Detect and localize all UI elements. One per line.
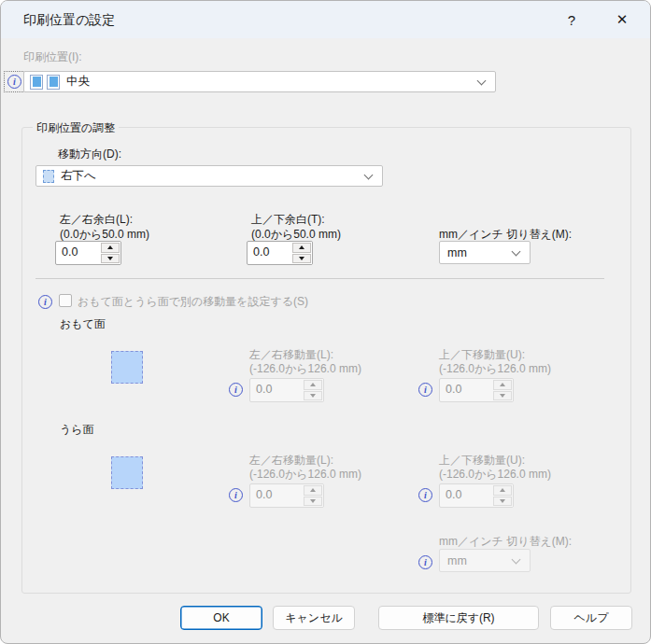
- print-position-label: 印刷位置(I):: [23, 50, 82, 63]
- help-button[interactable]: ヘルプ: [550, 606, 632, 630]
- back-tb-shift-info-icon[interactable]: i: [418, 488, 432, 502]
- page-back-center-icon: [47, 75, 60, 90]
- spin-down-button: [493, 391, 512, 401]
- question-icon: ?: [568, 12, 575, 28]
- arrow-down-icon: [310, 394, 316, 398]
- unit-switch-back-label: mm／インチ 切り替え(M):: [439, 535, 572, 548]
- tb-margin-label: 上／下余白(T):: [251, 213, 325, 226]
- unit-switch-combobox[interactable]: mm: [439, 241, 531, 264]
- arrow-up-icon: [500, 383, 505, 386]
- direction-combobox[interactable]: 右下へ: [35, 165, 383, 187]
- page-front-center-icon: [30, 75, 43, 90]
- separator-line: [35, 278, 604, 279]
- arrow-down-icon: [500, 394, 505, 398]
- lr-margin-spinbox[interactable]: 0.0: [55, 241, 121, 265]
- front-lr-shift-spinbox: 0.0: [249, 378, 324, 402]
- close-icon: ✕: [616, 11, 629, 28]
- arrow-up-icon: [310, 488, 316, 492]
- spin-up-button: [493, 380, 512, 390]
- print-position-value: 中央: [66, 74, 90, 90]
- arrow-down-icon: [299, 257, 304, 260]
- unit-switch-label: mm／インチ 切り替え(M):: [439, 228, 572, 241]
- cancel-button[interactable]: キャンセル: [273, 606, 355, 630]
- back-tb-shift-spinbox: 0.0: [439, 483, 514, 508]
- lr-margin-label: 左／右余白(L):: [60, 213, 133, 226]
- unit-switch-value: mm: [447, 246, 467, 259]
- print-position-settings-dialog: 印刷位置の設定 ? ✕ 印刷位置(I): i 中央 印刷位置の調整 移動方向(D…: [0, 0, 651, 644]
- spin-down-button: [304, 497, 322, 507]
- front-tb-shift-info-icon[interactable]: i: [418, 383, 432, 397]
- spin-down-button: [304, 391, 322, 401]
- front-section-title: おもて面: [60, 317, 106, 330]
- arrow-up-icon: [500, 488, 505, 492]
- arrow-up-icon: [299, 245, 304, 249]
- spin-up-button[interactable]: [101, 243, 120, 253]
- unit-switch-back-value: mm: [447, 554, 467, 567]
- info-icon: i: [7, 75, 21, 89]
- spin-down-button[interactable]: [292, 254, 311, 264]
- back-lr-shift-info-icon[interactable]: i: [229, 488, 243, 502]
- unit-switch-back-info-icon[interactable]: i: [418, 555, 432, 569]
- spin-up-button: [304, 380, 322, 390]
- dialog-title: 印刷位置の設定: [23, 12, 115, 29]
- tb-margin-range: (0.0から50.0 mm): [251, 228, 341, 241]
- adjustment-groupbox: 印刷位置の調整 移動方向(D): 右下へ 左／右余白(L): (0.0から50.…: [21, 127, 631, 594]
- spin-down-button: [493, 497, 512, 507]
- back-tb-shift-value: 0.0: [440, 484, 492, 507]
- chevron-down-icon: [477, 76, 487, 85]
- direction-page-icon: [43, 170, 54, 183]
- titlebar: 印刷位置の設定 ? ✕: [1, 1, 650, 38]
- spin-up-button: [304, 485, 322, 496]
- front-lr-shift-value: 0.0: [250, 379, 303, 401]
- chevron-down-icon: [364, 170, 374, 179]
- print-position-combobox[interactable]: 中央: [23, 71, 496, 92]
- tb-margin-value[interactable]: 0.0: [248, 242, 291, 264]
- separate-amounts-info-icon[interactable]: i: [38, 295, 52, 309]
- arrow-up-icon: [107, 245, 113, 249]
- back-page-preview: [111, 456, 143, 489]
- spin-down-button[interactable]: [101, 254, 120, 264]
- arrow-down-icon: [107, 257, 113, 260]
- front-tb-shift-spinbox: 0.0: [439, 378, 514, 402]
- back-section-title: うら面: [60, 423, 94, 436]
- front-tb-shift-label: 上／下移動量(U):: [439, 348, 525, 361]
- close-button[interactable]: ✕: [601, 1, 643, 38]
- lr-margin-value[interactable]: 0.0: [56, 242, 100, 264]
- front-tb-shift-value: 0.0: [440, 379, 492, 401]
- direction-value: 右下へ: [61, 168, 96, 184]
- front-lr-shift-label: 左／右移動量(L):: [249, 348, 333, 361]
- chevron-down-icon: [512, 246, 521, 256]
- back-tb-shift-range: (-126.0から126.0 mm): [439, 468, 551, 481]
- reset-defaults-button[interactable]: 標準に戻す(R): [378, 606, 539, 630]
- adjustment-group-title: 印刷位置の調整: [33, 120, 119, 136]
- separate-amounts-checkbox: [59, 294, 72, 307]
- chevron-down-icon: [512, 554, 521, 564]
- front-lr-shift-range: (-126.0から126.0 mm): [249, 362, 361, 375]
- back-lr-shift-range: (-126.0から126.0 mm): [249, 468, 361, 481]
- ok-button[interactable]: OK: [180, 606, 262, 630]
- print-position-info-button[interactable]: i: [4, 71, 25, 92]
- back-tb-shift-label: 上／下移動量(U):: [439, 454, 525, 467]
- spin-up-button[interactable]: [292, 243, 311, 253]
- front-page-preview: [111, 351, 143, 384]
- front-tb-shift-range: (-126.0から126.0 mm): [439, 362, 551, 375]
- tb-margin-spinbox[interactable]: 0.0: [247, 241, 313, 265]
- arrow-down-icon: [500, 499, 505, 503]
- lr-margin-range: (0.0から50.0 mm): [60, 228, 149, 241]
- help-titlebar-button[interactable]: ?: [551, 1, 592, 38]
- front-lr-shift-info-icon[interactable]: i: [229, 383, 243, 397]
- arrow-down-icon: [310, 499, 316, 503]
- back-lr-shift-label: 左／右移動量(L):: [249, 454, 333, 467]
- arrow-up-icon: [310, 383, 316, 386]
- back-lr-shift-spinbox: 0.0: [249, 483, 324, 508]
- spin-up-button: [493, 485, 512, 496]
- unit-switch-back-combobox: mm: [439, 549, 531, 572]
- back-lr-shift-value: 0.0: [250, 484, 303, 507]
- direction-label: 移動方向(D):: [58, 147, 121, 161]
- separate-amounts-label: おもて面とうら面で別の移動量を設定する(S): [78, 295, 308, 308]
